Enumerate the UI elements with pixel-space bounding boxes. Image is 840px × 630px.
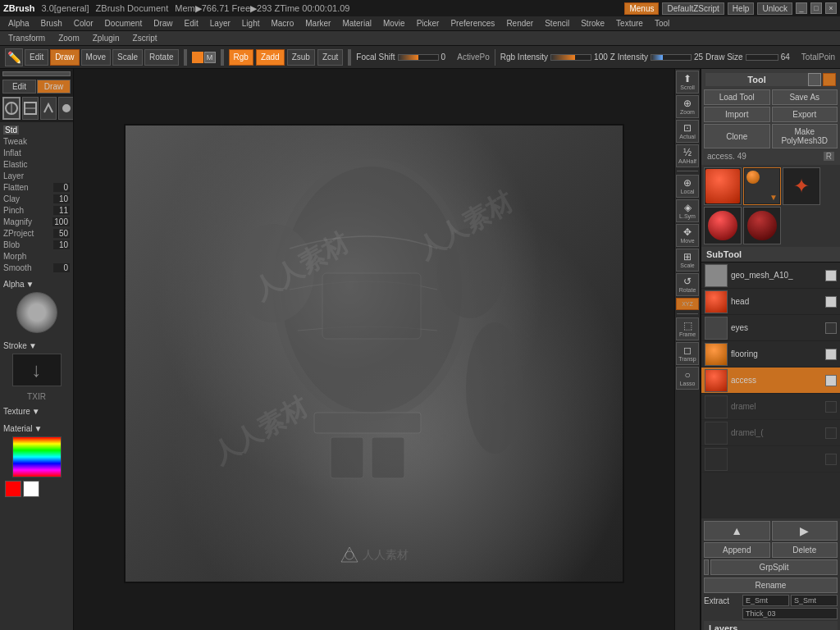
aahalf-button[interactable]: ½ AAHalf <box>676 144 699 167</box>
m-swatch[interactable]: M <box>204 52 216 63</box>
brush-icon-3[interactable] <box>40 97 57 120</box>
clone-button[interactable]: Clone <box>704 124 770 148</box>
subtool-item-eyes[interactable]: eyes <box>701 315 840 341</box>
maximize-button[interactable]: □ <box>810 2 822 14</box>
blob-row[interactable]: Blob 10 <box>3 240 70 250</box>
zadd-button[interactable]: Zadd <box>256 49 285 66</box>
subtool-eye-flooring[interactable] <box>825 349 837 360</box>
flatten-row[interactable]: Flatten 0 <box>3 182 70 193</box>
menu-item-draw[interactable]: Draw <box>148 18 177 29</box>
move-button[interactable]: ✥ Move <box>676 224 699 247</box>
move-button[interactable]: Move <box>81 49 111 66</box>
subtool-eye-geo[interactable] <box>825 270 837 281</box>
brush-icon-2[interactable] <box>22 97 39 120</box>
subtool-item-dramel[interactable]: dramel <box>701 394 840 420</box>
pinch-row[interactable]: Pinch 11 <box>3 205 70 216</box>
alpha-header[interactable]: Alpha ▼ <box>3 278 70 290</box>
transform-item-transform[interactable]: Transform <box>3 33 50 43</box>
transp-button[interactable]: ◻ Transp <box>676 342 699 365</box>
menus-button[interactable]: Menus <box>624 2 659 15</box>
lasso-button[interactable]: ○ Lasso <box>676 367 699 390</box>
morph-row[interactable]: Morph <box>3 251 70 262</box>
subtool-item-head[interactable]: head <box>701 289 840 315</box>
delete-button[interactable]: Delete <box>772 542 838 558</box>
inflat-row[interactable]: Inflat <box>3 148 70 158</box>
subtool-item-dramel2[interactable]: dramel_( <box>701 420 840 446</box>
tool-thumb-star[interactable]: ✦ <box>783 167 820 205</box>
tool-thumb-orb2[interactable] <box>743 207 781 244</box>
menu-item-document[interactable]: Document <box>100 18 148 29</box>
color-picker[interactable] <box>12 436 62 477</box>
tweak-row[interactable]: Tweak <box>3 136 70 147</box>
frame-button[interactable]: ⬚ Frame <box>676 317 699 340</box>
scale-button[interactable]: Scale <box>112 49 143 66</box>
menu-item-brush[interactable]: Brush <box>36 18 67 29</box>
menu-item-color[interactable]: Color <box>69 18 98 29</box>
stroke-header[interactable]: Stroke ▼ <box>3 340 70 352</box>
actual-button[interactable]: ⊡ Actual <box>676 120 699 143</box>
texture-header[interactable]: Texture ▼ <box>3 405 70 418</box>
layer-row[interactable]: Layer <box>3 171 70 181</box>
subtool-eye-access[interactable] <box>825 375 837 386</box>
brush-icon-1[interactable] <box>2 97 21 120</box>
tool-thumb-orb1[interactable] <box>704 207 742 244</box>
brush-icon-4[interactable] <box>58 97 74 120</box>
lsym-button[interactable]: ◈ L.Sym <box>676 199 699 222</box>
rotate-button[interactable]: ↺ Rotate <box>676 273 699 296</box>
menu-item-macro[interactable]: Macro <box>266 18 299 29</box>
menu-item-layer[interactable]: Layer <box>205 18 235 29</box>
minimize-button[interactable]: _ <box>796 2 807 14</box>
rotate-button[interactable]: Rotate <box>144 49 178 66</box>
menu-item-light[interactable]: Light <box>237 18 265 29</box>
menu-item-alpha[interactable]: Alpha <box>3 18 34 29</box>
local-button[interactable]: ⊕ Local <box>676 175 699 198</box>
edit-button[interactable]: Edit <box>25 49 48 66</box>
rgb-button[interactable]: Rgb <box>229 49 253 66</box>
canvas-area[interactable]: 人人素材 人人素材 人人素材 人人素材 <box>74 69 674 630</box>
menu-item-picker[interactable]: Picker <box>412 18 445 29</box>
menu-item-marker[interactable]: Marker <box>300 18 336 29</box>
unlock-button[interactable]: Unlock <box>757 2 792 15</box>
xyz-button[interactable]: XYZ <box>676 298 699 310</box>
tool-thumb-1[interactable] <box>704 167 742 205</box>
grpsplit-button[interactable]: GrpSplit <box>710 559 838 575</box>
menu-item-render[interactable]: Render <box>501 18 538 29</box>
transform-item-zplugin[interactable]: Zplugin <box>88 33 125 43</box>
menu-item-stencil[interactable]: Stencil <box>540 18 574 29</box>
material-header[interactable]: Material ▼ <box>3 422 70 435</box>
load-tool-button[interactable]: Load Tool <box>704 89 770 105</box>
subtool-eye-eyes[interactable] <box>825 322 837 334</box>
smooth-row[interactable]: Smooth 0 <box>3 262 70 273</box>
save-as-button[interactable]: Save As <box>772 89 838 105</box>
scale-button[interactable]: ⊞ Scale <box>676 249 699 272</box>
rename-button[interactable]: Rename <box>704 578 838 593</box>
close-button[interactable]: × <box>825 2 837 14</box>
r-button[interactable]: R <box>824 152 834 161</box>
subtool-eye-dramel[interactable] <box>825 401 837 413</box>
menu-item-edit[interactable]: Edit <box>180 18 203 29</box>
zoom-button[interactable]: ⊕ Zoom <box>676 95 699 118</box>
alpha-preview[interactable] <box>16 292 57 333</box>
transform-item-zoom[interactable]: Zoom <box>53 33 84 43</box>
subtool-eye-dramel2[interactable] <box>825 427 837 439</box>
append-down-button[interactable]: ▶ <box>772 521 838 541</box>
menu-item-material[interactable]: Material <box>337 18 377 29</box>
export-button[interactable]: Export <box>772 107 838 122</box>
zcut-button[interactable]: Zcut <box>317 49 343 66</box>
elastic-row[interactable]: Elastic <box>3 159 70 170</box>
subtool-header[interactable]: SubTool <box>701 247 840 262</box>
menu-item-texture[interactable]: Texture <box>611 18 648 29</box>
zproject-row[interactable]: ZProject 50 <box>3 228 70 239</box>
focal-shift-slider[interactable] <box>398 54 439 61</box>
scroll-button[interactable]: ⬆ Scroll <box>676 71 699 94</box>
rapid-ui-button[interactable] <box>2 71 71 76</box>
help-button[interactable]: Help <box>728 2 755 15</box>
tool-thumb-2[interactable]: ▼ <box>743 167 781 205</box>
edit-mode-button[interactable]: Edit <box>2 80 36 94</box>
draw-button[interactable]: Draw <box>50 49 79 66</box>
transform-item-zscript[interactable]: Zscript <box>128 33 162 43</box>
draw-mode-button[interactable]: Draw <box>37 80 71 94</box>
import-button[interactable]: Import <box>704 107 770 122</box>
layers-header[interactable]: Layers <box>704 621 838 630</box>
zsub-button[interactable]: Zsub <box>287 49 315 66</box>
